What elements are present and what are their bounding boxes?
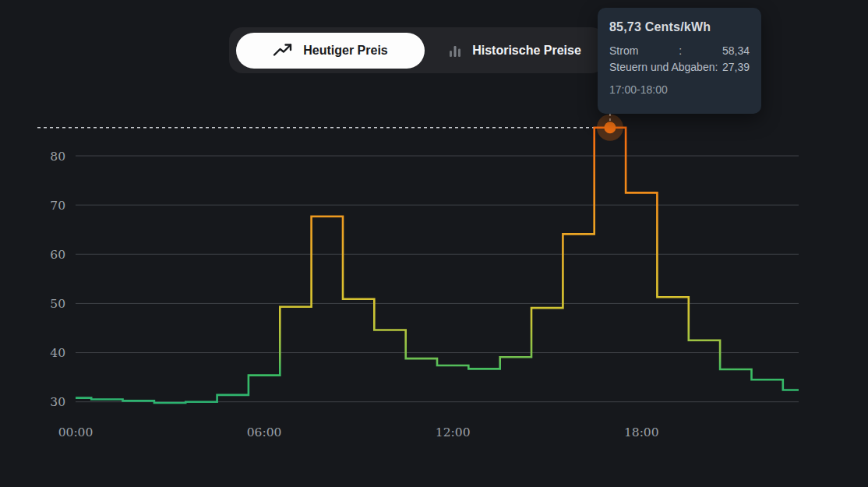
tab-heutiger-preis-label: Heutiger Preis (303, 44, 387, 58)
tooltip-strom-label: Strom (609, 43, 638, 59)
price-tooltip: 85,73 Cents/kWh Strom : 58,34 Steuern un… (598, 8, 761, 114)
tooltip-row-steuern: Steuern und Abgaben: 27,39 (609, 59, 750, 76)
tab-historische-preise-label: Historische Preise (472, 44, 581, 58)
tooltip-row-strom: Strom : 58,34 (609, 43, 750, 59)
price-view-tabs: Heutiger Preis Historische Preise (229, 27, 605, 73)
tooltip-total-price: 85,73 Cents/kWh (609, 20, 750, 34)
tab-historische-preise[interactable]: Historische Preise (425, 27, 605, 73)
tooltip-strom-separator: : (679, 43, 682, 59)
y-tick-label-50: 50 (50, 297, 65, 311)
chart-stage: 30405060708000:0006:0012:0018:00 Heutige… (0, 0, 868, 487)
y-tick-label-80: 80 (50, 150, 65, 164)
y-tick-label-40: 40 (50, 346, 65, 360)
tooltip-steuern-value: 27,39 (722, 59, 750, 76)
tooltip-steuern-label: Steuern und Abgaben: (609, 59, 718, 76)
tab-heutiger-preis[interactable]: Heutiger Preis (236, 33, 425, 69)
y-tick-label-70: 70 (50, 199, 65, 213)
price-step-line[interactable] (76, 128, 799, 403)
tooltip-time-range: 17:00-18:00 (609, 83, 750, 96)
y-tick-label-30: 30 (50, 395, 65, 409)
tooltip-strom-value: 58,34 (722, 43, 750, 59)
trending-up-icon (273, 42, 293, 59)
x-tick-label-18:00: 18:00 (624, 425, 659, 439)
energy-price-app: { "page": { "background": "#16181c" }, "… (0, 0, 868, 487)
x-tick-label-06:00: 06:00 (247, 425, 282, 439)
x-tick-label-12:00: 12:00 (436, 425, 471, 439)
bar-chart-icon (448, 44, 462, 58)
x-tick-label-00:00: 00:00 (58, 425, 94, 439)
y-tick-label-60: 60 (50, 248, 65, 262)
selected-point-marker[interactable] (604, 122, 616, 133)
